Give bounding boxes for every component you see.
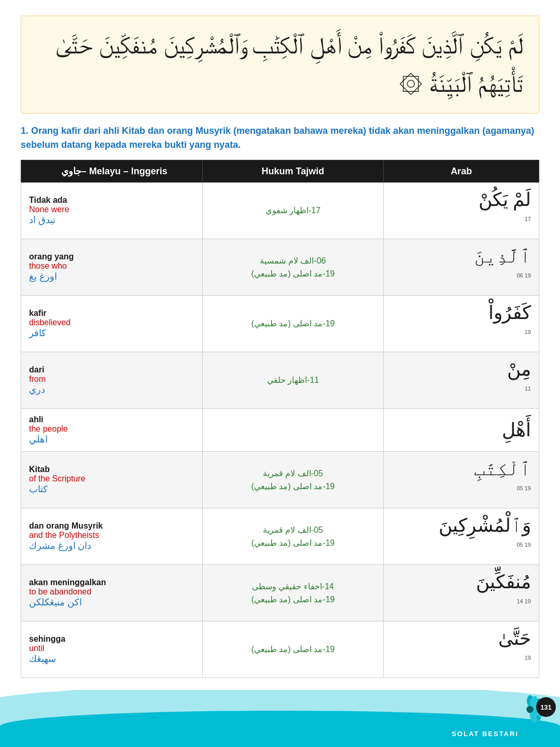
arab-text: لَمْ يَكُنْ xyxy=(479,189,531,210)
arab-cell: وَٱلْمُشْرِكِينَ19 05 xyxy=(384,508,539,565)
melayu-cell: Kitab of the Scripture كتاب xyxy=(21,452,203,508)
arab-text: مُنفَكِّينَ xyxy=(476,572,531,592)
footer-text: SOLAT BESTARI xyxy=(452,730,519,738)
melayu-jawi: دري xyxy=(29,384,194,395)
arab-text: ٱلَّذِينَ xyxy=(474,246,531,267)
arab-text: مِنْ xyxy=(507,359,531,380)
table-header-row: جاوي– Melayu – Inggeris Hukum Tajwid Ara… xyxy=(21,160,539,183)
melayu-cell: akan meninggalkan to be abandoned اكن من… xyxy=(21,565,203,621)
tajwid-cell: 11-اظهار حلقي xyxy=(202,352,384,409)
arab-text: وَٱلْمُشْرِكِينَ xyxy=(439,515,531,536)
melayu-bm: Tidak ada xyxy=(29,196,194,205)
arab-number: 17 xyxy=(525,216,531,222)
arab-number: 19 05 xyxy=(516,485,531,491)
table-row: dan orang Musyrik and the Polytheists دا… xyxy=(21,508,539,565)
table-row: ahli the people اهلي أَهْلِ xyxy=(21,409,539,452)
table-row: Kitab of the Scripture كتاب 05-الف لام ق… xyxy=(21,452,539,508)
arab-number: 19 14 xyxy=(516,598,531,604)
tajwid-cell: 05-الف لام قمرية19-مد اصلى (مد طبيعي) xyxy=(202,452,384,508)
table-row: dari from دري 11-اظهار حلقيمِنْ11 xyxy=(21,352,539,409)
melayu-en: and the Polytheists xyxy=(29,531,194,540)
melayu-jawi: دان اورغ مشرك xyxy=(29,540,194,551)
header-melayu: جاوي– Melayu – Inggeris xyxy=(21,160,203,183)
arab-number: 19 xyxy=(525,655,531,661)
melayu-cell: dari from دري xyxy=(21,352,203,409)
tajwid-cell: 19-مد اصلى (مد طبيعي) xyxy=(202,296,384,352)
arab-cell: حَتَّىٰ19 xyxy=(384,621,539,678)
arabic-verse-box: لَمْ يَكُنِ ٱلَّذِينَ كَفَرُواْ مِنْ أَه… xyxy=(21,16,539,114)
page-wrapper: لَمْ يَكُنِ ٱلَّذِينَ كَفَرُواْ مِنْ أَه… xyxy=(0,0,560,747)
melayu-bm: dari xyxy=(29,365,194,375)
melayu-bm: sehingga xyxy=(29,634,194,644)
table-row: orang yang those who اورغ يغ 06-الف لام … xyxy=(21,239,539,296)
bottom-decoration: SOLAT BESTARI 131 xyxy=(0,690,560,747)
header-arab: Arab xyxy=(384,160,539,183)
melayu-en: the people xyxy=(29,424,194,434)
melayu-bm: ahli xyxy=(29,415,194,424)
main-table: جاوي– Melayu – Inggeris Hukum Tajwid Ara… xyxy=(21,160,539,678)
arab-cell: مُنفَكِّينَ19 14 xyxy=(384,565,539,621)
melayu-jawi: اورغ يغ xyxy=(29,271,194,282)
arab-number: 19 06 xyxy=(516,272,531,279)
arab-text: ٱلْكِتَٰبِ xyxy=(474,459,531,479)
melayu-jawi: سهيڠك xyxy=(29,653,194,665)
melayu-cell: sehingga until سهيڠك xyxy=(21,621,203,678)
table-row: sehingga until سهيڠك 19-مد اصلى (مد طبيع… xyxy=(21,621,539,678)
header-tajwid: Hukum Tajwid xyxy=(202,160,384,183)
melayu-en: of the Scripture xyxy=(29,474,194,483)
melayu-en: to be abandoned xyxy=(29,587,194,597)
arab-number: 19 05 xyxy=(516,542,531,548)
melayu-jawi: كافر xyxy=(29,327,194,339)
wave-main xyxy=(0,711,560,747)
arab-number: 11 xyxy=(525,385,531,392)
melayu-bm: akan meninggalkan xyxy=(29,578,194,587)
arab-cell: أَهْلِ xyxy=(384,409,539,452)
melayu-bm: dan orang Musyrik xyxy=(29,521,194,531)
melayu-cell: ahli the people اهلي xyxy=(21,409,203,452)
melayu-cell: dan orang Musyrik and the Polytheists دا… xyxy=(21,508,203,565)
melayu-cell: orang yang those who اورغ يغ xyxy=(21,239,203,296)
melayu-cell: Tidak ada None were تيدق اد xyxy=(21,183,203,239)
melayu-bm: kafir xyxy=(29,309,194,318)
melayu-en: those who xyxy=(29,261,194,271)
arab-cell: ٱلْكِتَٰبِ19 05 xyxy=(384,452,539,508)
table-row: Tidak ada None were تيدق اد 17-اظهار شفو… xyxy=(21,183,539,239)
melayu-bm: orang yang xyxy=(29,252,194,261)
melayu-en: until xyxy=(29,644,194,653)
melayu-jawi: كتاب xyxy=(29,483,194,495)
arabic-verse-text: لَمْ يَكُنِ ٱلَّذِينَ كَفَرُواْ مِنْ أَه… xyxy=(37,26,523,103)
arab-text: حَتَّىٰ xyxy=(498,628,531,649)
melayu-jawi: تيدق اد xyxy=(29,214,194,226)
translation-paragraph: 1. Orang kafir dari ahli Kitab dan orang… xyxy=(21,124,539,152)
tajwid-cell: 05-الف لام قمرية19-مد اصلى (مد طبيعي) xyxy=(202,508,384,565)
arab-text: أَهْلِ xyxy=(502,420,531,440)
tajwid-cell: 19-مد اصلى (مد طبيعي) xyxy=(202,621,384,678)
melayu-bm: Kitab xyxy=(29,465,194,474)
melayu-cell: kafir disbelieved كافر xyxy=(21,296,203,352)
tajwid-cell: 14-اخفاء حقيقي وسطى19-مد اصلى (مد طبيعي) xyxy=(202,565,384,621)
arab-number: 19 xyxy=(525,329,531,335)
arab-text: كَفَرُواْ xyxy=(488,302,531,323)
melayu-en: disbelieved xyxy=(29,318,194,327)
svg-point-9 xyxy=(527,706,534,713)
table-row: akan meninggalkan to be abandoned اكن من… xyxy=(21,565,539,621)
table-row: kafir disbelieved كافر 19-مد اصلى (مد طب… xyxy=(21,296,539,352)
melayu-en: None were xyxy=(29,205,194,214)
tajwid-cell: 17-اظهار شفوي xyxy=(202,183,384,239)
arab-cell: ٱلَّذِينَ19 06 xyxy=(384,239,539,296)
arab-cell: مِنْ11 xyxy=(384,352,539,409)
page-number: 131 xyxy=(536,697,556,717)
melayu-jawi: اهلي xyxy=(29,434,194,445)
arab-cell: لَمْ يَكُنْ17 xyxy=(384,183,539,239)
melayu-jawi: اكن منيڠكلكن xyxy=(29,597,194,608)
melayu-en: from xyxy=(29,375,194,384)
tajwid-cell: 06-الف لام شمسية19-مد اصلى (مد طبيعي) xyxy=(202,239,384,296)
arab-cell: كَفَرُواْ19 xyxy=(384,296,539,352)
tajwid-cell xyxy=(202,409,384,452)
